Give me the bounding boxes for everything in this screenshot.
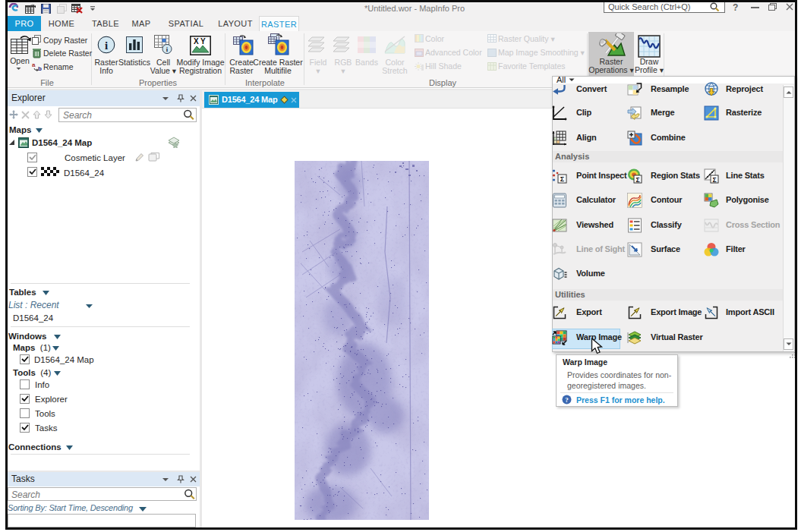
svg-text:Y: Y (200, 37, 206, 46)
svg-text:i: i (105, 39, 108, 52)
svg-text:Σ: Σ (635, 176, 639, 184)
svg-text:Σ: Σ (560, 175, 565, 183)
svg-text:?: ? (565, 396, 569, 404)
svg-text:b: b (38, 65, 42, 71)
svg-text:a: a (32, 61, 36, 68)
svg-text:Σ: Σ (712, 176, 716, 184)
svg-text:X: X (194, 37, 199, 46)
